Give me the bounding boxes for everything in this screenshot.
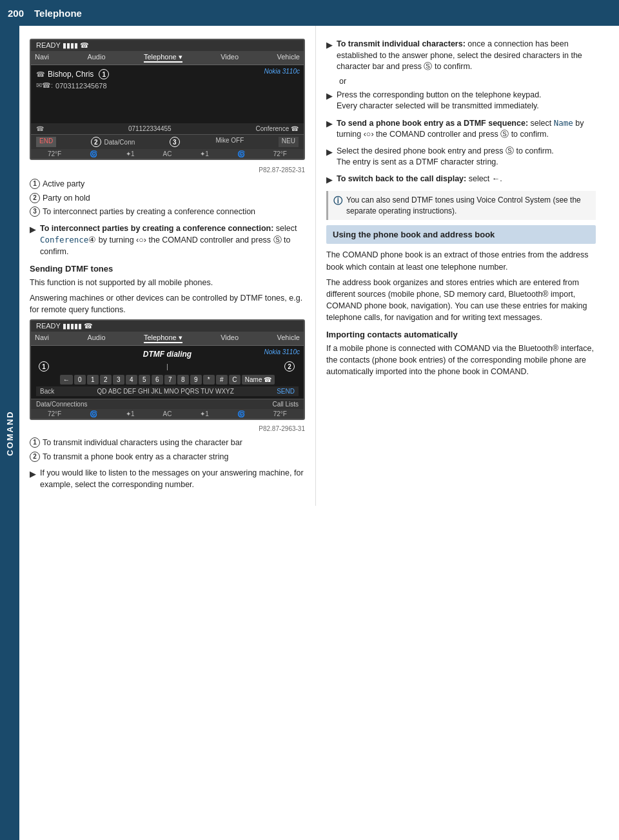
- mike-off-label: Mike OFF: [215, 137, 244, 147]
- arrow-icon3: ▶: [30, 468, 36, 480]
- back-label[interactable]: Back: [40, 388, 54, 395]
- dtmf-seq-bold: To send a phone book entry as a DTMF seq…: [337, 119, 528, 128]
- select-entry-text: Select the desired phone book entry and …: [337, 146, 596, 168]
- annot1-text1: Active party: [43, 179, 305, 190]
- dtmf-key-name[interactable]: Name ☎: [242, 375, 275, 385]
- dtmf-key-6[interactable]: 6: [152, 375, 163, 385]
- dtmf-key-9[interactable]: 9: [190, 375, 202, 385]
- image-ref2: P82.87-2963-31: [30, 425, 305, 432]
- send-label[interactable]: SEND: [277, 388, 295, 395]
- dtmf-key-hash[interactable]: #: [216, 375, 228, 385]
- interconnect-bold: To interconnect parties by creating a co…: [40, 224, 273, 233]
- arrow-icon-right2: ▶: [326, 90, 333, 102]
- nav-video[interactable]: Video: [221, 53, 239, 63]
- dtmf-key-4[interactable]: 4: [126, 375, 137, 385]
- phone-book-section-heading: Using the phone book and address book: [326, 225, 596, 244]
- arrow-icon-right5: ▶: [326, 174, 333, 186]
- nav2-navi[interactable]: Navi: [35, 334, 49, 343]
- transmit-chars-bold: To transmit individual characters:: [337, 39, 466, 48]
- main-content: READY ▮▮▮▮ ☎ Navi Audio Telephone ▾ Vide…: [19, 26, 619, 506]
- dtmf-key-3[interactable]: 3: [113, 375, 124, 385]
- phone-book-para2: The address book organizes and stores en…: [326, 277, 596, 324]
- ready-label2: READY ▮▮▮▮▮ ☎: [36, 322, 93, 330]
- annot1-text2: Party on hold: [43, 193, 305, 205]
- annotation2-item1: 1 To transmit individual characters usin…: [30, 437, 305, 449]
- star4: ✦1: [200, 410, 209, 417]
- transmit-chars-text: To transmit individual characters: once …: [337, 39, 596, 73]
- dtmf-key-8[interactable]: 8: [177, 375, 189, 385]
- arrow-icon-right3: ▶: [326, 118, 333, 130]
- annot1-badge3: 3: [30, 206, 40, 217]
- screen1-number: 0703112345678: [55, 82, 107, 90]
- dtmf-key-5[interactable]: 5: [139, 375, 150, 385]
- nav2-audio[interactable]: Audio: [87, 334, 105, 343]
- star1: ✦1: [126, 150, 135, 157]
- dtmf-key-1[interactable]: 1: [87, 375, 99, 385]
- dtmf-sequence-instruction: ▶ To send a phone book entry as a DTMF s…: [326, 117, 596, 141]
- dtmf-key-2[interactable]: 2: [100, 375, 112, 385]
- screen1-name-row: ☎ Bishop, Chris 1: [36, 69, 299, 79]
- nav-vehicle[interactable]: Vehicle: [277, 53, 299, 63]
- right-column: ▶ To transmit individual characters: onc…: [316, 26, 606, 506]
- annot2-text1: To transmit individual characters using …: [43, 437, 305, 449]
- screen1-body: Nokia 3110c ☎ Bishop, Chris 1 ✉☎: 070311…: [31, 65, 304, 123]
- answering-machine-instruction: ▶ If you would like to listen to the mes…: [30, 468, 305, 490]
- select-entry-instruction: ▶ Select the desired phone book entry an…: [326, 146, 596, 168]
- page-title: Telephone: [34, 8, 82, 19]
- call-lists[interactable]: Call Lists: [272, 401, 299, 408]
- nav2-video[interactable]: Video: [221, 334, 239, 343]
- temp2-right: 72°F: [273, 410, 287, 417]
- nokia-label2: Nokia 3110c: [264, 348, 300, 355]
- dtmf-key-0[interactable]: 0: [74, 375, 86, 385]
- nav-telephone[interactable]: Telephone ▾: [144, 53, 182, 63]
- dtmf-cursor: |: [166, 363, 168, 370]
- transmit-chars-instruction: ▶ To transmit individual characters: onc…: [326, 39, 596, 73]
- nav2-vehicle[interactable]: Vehicle: [277, 334, 299, 343]
- switch-back-text: To switch back to the call display: sele…: [337, 174, 596, 185]
- annot2-text2: To transmit a phone book entry as a char…: [43, 452, 305, 463]
- interconnect-text: To interconnect parties by creating a co…: [40, 223, 305, 258]
- arrow-icon1: ▶: [30, 224, 36, 235]
- dtmf-para1: This function is not supported by all mo…: [30, 277, 305, 288]
- dtmf-key-c[interactable]: C: [229, 375, 241, 385]
- arrow-icon-right4: ▶: [326, 146, 333, 158]
- screen2-body: Nokia 3110c DTMF dialing 1 | 2 ← 0 1 2 3…: [31, 346, 304, 399]
- data-conn2: Data/Connections: [36, 401, 88, 408]
- nav-navi[interactable]: Navi: [35, 53, 49, 63]
- dtmf-key-star[interactable]: *: [203, 375, 215, 385]
- info-box-text: You can also send DTMF tones using Voice…: [346, 195, 591, 217]
- nokia-label1: Nokia 3110c: [264, 68, 300, 75]
- left-column: READY ▮▮▮▮ ☎ Navi Audio Telephone ▾ Vide…: [19, 26, 316, 506]
- importing-heading: Importing contacts automatically: [326, 330, 596, 339]
- switch-back-instruction: ▶ To switch back to the call display: se…: [326, 174, 596, 186]
- dtmf-char-bar: Back QD ABC DEF GHI JKL MNO PQRS TUV WXY…: [36, 386, 299, 396]
- phone-icon1: ☎: [36, 70, 45, 79]
- ready-label: READY ▮▮▮▮ ☎: [36, 41, 89, 50]
- temp2-left: 72°F: [48, 410, 61, 417]
- star3: ✦1: [126, 410, 135, 417]
- dtmf-badge2: 2: [284, 361, 295, 372]
- badge3-circle: 3: [170, 137, 180, 147]
- dtmf-arrow-left[interactable]: ←: [60, 375, 73, 385]
- ac-label2: AC: [163, 410, 172, 417]
- conf-phone-icon: ☎: [36, 125, 44, 132]
- nav-audio[interactable]: Audio: [87, 53, 105, 63]
- annot1-badge2: 2: [30, 193, 40, 203]
- nav2-telephone[interactable]: Telephone ▾: [144, 334, 182, 343]
- interconnect-instruction: ▶ To interconnect parties by creating a …: [30, 223, 305, 258]
- annot2-badge1: 1: [30, 437, 40, 448]
- ac-label1: AC: [163, 150, 172, 157]
- screen1-number-row: ✉☎: 0703112345678: [36, 81, 299, 90]
- annotation1-item2: 2 Party on hold: [30, 193, 305, 205]
- dtmf-para2: Answering machines or other devices can …: [30, 292, 305, 315]
- screen1-conf-row: ☎ 071122334455 Conference ☎: [31, 123, 304, 134]
- star2: ✦1: [200, 150, 209, 157]
- screen1-mockup: READY ▮▮▮▮ ☎ Navi Audio Telephone ▾ Vide…: [30, 39, 305, 160]
- annotation2-item2: 2 To transmit a phone book entry as a ch…: [30, 452, 305, 463]
- fan-icon2: 🌀: [237, 150, 245, 157]
- data-conn-label1: Data/Conn: [104, 139, 135, 146]
- dtmf-key-7[interactable]: 7: [164, 375, 176, 385]
- screen2-mockup: READY ▮▮▮▮▮ ☎ Navi Audio Telephone ▾ Vid…: [30, 319, 305, 420]
- annotation1-item3: 3 To interconnect parties by creating a …: [30, 206, 305, 218]
- end-label: END: [36, 137, 56, 147]
